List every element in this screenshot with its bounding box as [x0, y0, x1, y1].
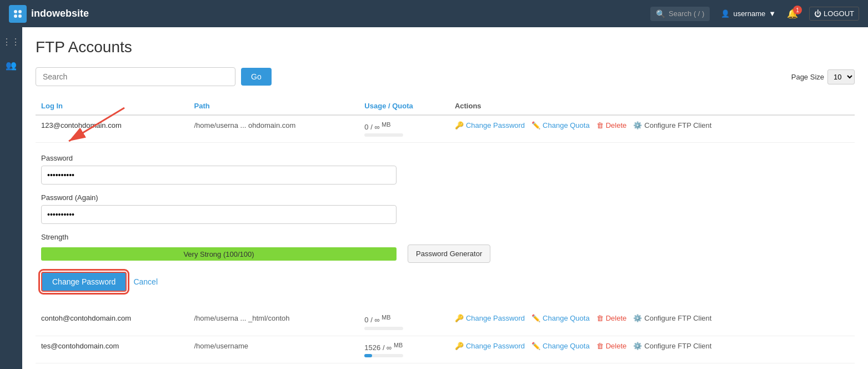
cell-login: tes@contohdomain.com — [36, 336, 188, 363]
password-label: Password — [41, 154, 849, 162]
sidebar: ⋮⋮ 👥 — [0, 27, 22, 369]
expanded-form-cell: Password Password (Again) Strength — [36, 143, 855, 309]
cell-usage: 1526 / ∞ MB — [359, 336, 449, 363]
svg-point-1 — [18, 10, 22, 13]
cell-path: /home/userna ... _html/contoh — [188, 308, 359, 336]
notifications-bell[interactable]: 🔔 1 — [787, 8, 798, 19]
change-quota-link-1[interactable]: ✏️ Change Quota — [531, 121, 590, 129]
change-password-link-2[interactable]: 🔑 Change Password — [455, 314, 525, 322]
password-again-label: Password (Again) — [41, 193, 849, 202]
search-input[interactable] — [36, 67, 235, 86]
user-icon: 👤 — [721, 9, 730, 18]
logout-button[interactable]: ⏻ LOGOUT — [809, 7, 859, 21]
sidebar-item-grid[interactable]: ⋮⋮ — [2, 33, 20, 51]
password-input[interactable] — [41, 166, 397, 184]
main-content: FTP Accounts Go Page Size 10 25 50 Log I… — [22, 27, 868, 369]
search-nav-label: Search ( / ) — [669, 9, 704, 18]
search-toolbar: Go Page Size 10 25 50 — [36, 67, 855, 86]
strength-label: Strength — [41, 233, 849, 241]
change-quota-link-3[interactable]: ✏️ Change Quota — [531, 342, 590, 350]
strength-text: Very Strong (100/100) — [183, 250, 254, 258]
password-group: Password — [41, 154, 849, 184]
cell-actions: 🔑 Change Password ✏️ Change Quota 🗑 Dele… — [449, 308, 855, 336]
cell-path: /home/username — [188, 336, 359, 363]
bell-badge-count: 1 — [793, 6, 802, 14]
nav-right: 🔍 Search ( / ) 👤 username ▼ 🔔 1 ⏻ LOGOUT — [650, 7, 859, 21]
username-label: username — [733, 9, 765, 18]
change-quota-link-2[interactable]: ✏️ Change Quota — [531, 314, 590, 322]
search-left: Go — [36, 67, 272, 86]
cancel-link[interactable]: Cancel — [133, 277, 158, 286]
table-row: contoh@contohdomain.com /home/userna ...… — [36, 308, 855, 336]
configure-ftp-link-2[interactable]: ⚙️ Configure FTP Client — [633, 314, 711, 322]
nav-left: indowebsite — [9, 5, 89, 23]
delete-link-1[interactable]: 🗑 Delete — [596, 121, 627, 129]
change-password-submit-button[interactable]: Change Password — [41, 272, 127, 292]
logout-icon: ⏻ — [814, 9, 821, 18]
table-header: Log In Path Usage / Quota Actions — [36, 97, 855, 115]
delete-link-2[interactable]: 🗑 Delete — [596, 314, 627, 322]
col-header-path: Path — [188, 97, 359, 115]
change-password-link-1[interactable]: 🔑 Change Password — [455, 121, 525, 129]
page-size-area: Page Size 10 25 50 — [791, 69, 855, 84]
logo-icon — [9, 5, 27, 23]
ftp-accounts-table: Log In Path Usage / Quota Actions 123@co… — [36, 97, 855, 363]
svg-point-0 — [14, 10, 17, 13]
search-icon: 🔍 — [656, 9, 665, 18]
user-menu[interactable]: 👤 username ▼ — [721, 9, 776, 18]
col-header-actions: Actions — [449, 97, 855, 115]
page-size-select[interactable]: 10 25 50 — [827, 69, 855, 84]
cell-actions: 🔑 Change Password ✏️ Change Quota 🗑 Dele… — [449, 336, 855, 363]
expanded-password-form-row: Password Password (Again) Strength — [36, 143, 855, 309]
page-title: FTP Accounts — [36, 38, 855, 56]
password-again-input[interactable] — [41, 205, 397, 224]
chevron-down-icon: ▼ — [769, 9, 776, 18]
password-again-group: Password (Again) — [41, 193, 849, 224]
cell-usage: 0 / ∞ MB — [359, 115, 449, 143]
change-password-link-3[interactable]: 🔑 Change Password — [455, 342, 525, 350]
col-header-usage: Usage / Quota — [359, 97, 449, 115]
actions-group: 🔑 Change Password ✏️ Change Quota 🗑 Dele… — [455, 121, 849, 129]
strength-bar: Very Strong (100/100) — [41, 247, 397, 261]
table-row: tes@contohdomain.com /home/username 1526… — [36, 336, 855, 363]
configure-ftp-link-1[interactable]: ⚙️ Configure FTP Client — [633, 121, 711, 129]
main-layout: ⋮⋮ 👥 FTP Accounts Go Page Size 10 25 50 — [0, 27, 868, 369]
grid-icon: ⋮⋮ — [2, 37, 20, 47]
top-navigation: indowebsite 🔍 Search ( / ) 👤 username ▼ … — [0, 0, 868, 27]
svg-point-3 — [18, 14, 22, 18]
sidebar-item-users[interactable]: 👥 — [2, 56, 20, 74]
global-search[interactable]: 🔍 Search ( / ) — [650, 7, 710, 21]
form-buttons: Change Password Cancel — [41, 272, 849, 292]
page-size-label: Page Size — [791, 73, 824, 81]
delete-link-3[interactable]: 🗑 Delete — [596, 342, 627, 350]
strength-group: Strength Very Strong (100/100) Password … — [41, 233, 849, 263]
svg-point-2 — [14, 14, 17, 18]
logo-text: indowebsite — [31, 8, 89, 19]
cell-actions: 🔑 Change Password ✏️ Change Quota 🗑 Dele… — [449, 115, 855, 143]
cell-login: contoh@contohdomain.com — [36, 308, 188, 336]
logout-label: LOGOUT — [824, 9, 854, 18]
users-icon: 👥 — [6, 60, 17, 71]
go-button[interactable]: Go — [241, 68, 272, 86]
cell-path: /home/userna ... ohdomain.com — [188, 115, 359, 143]
table-body: 123@contohdomain.com /home/userna ... oh… — [36, 115, 855, 363]
password-form: Password Password (Again) Strength — [41, 148, 849, 297]
actions-group: 🔑 Change Password ✏️ Change Quota 🗑 Dele… — [455, 342, 849, 350]
actions-group: 🔑 Change Password ✏️ Change Quota 🗑 Dele… — [455, 314, 849, 322]
logo[interactable]: indowebsite — [9, 5, 89, 23]
cell-usage: 0 / ∞ MB — [359, 308, 449, 336]
password-generator-button[interactable]: Password Generator — [408, 245, 490, 263]
configure-ftp-link-3[interactable]: ⚙️ Configure FTP Client — [633, 342, 711, 350]
col-header-login: Log In — [36, 97, 188, 115]
cell-login: 123@contohdomain.com — [36, 115, 188, 143]
table-row: 123@contohdomain.com /home/userna ... oh… — [36, 115, 855, 143]
